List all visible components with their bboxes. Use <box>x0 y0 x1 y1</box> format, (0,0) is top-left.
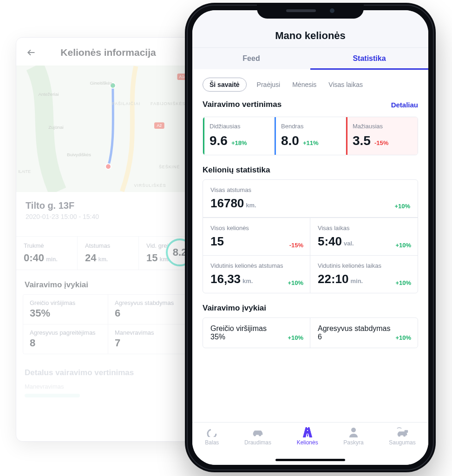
event-label: Agresyvus pagreitėjimas <box>30 329 101 336</box>
stat-cell: Visos kelionės 15 -15% <box>203 218 310 255</box>
svg-text:Buivydiškės: Buivydiškės <box>67 152 91 157</box>
stat-total-distance: Visas atstumas 16780km. +10% <box>203 180 418 218</box>
event-label: Manevravimas <box>115 329 187 336</box>
tab-label: Statistika <box>353 54 386 62</box>
event-label: Greičio viršijimas <box>30 299 101 306</box>
chip-all-time[interactable]: Visas laikas <box>327 78 365 91</box>
event-cell: Greičio viršijimas35% <box>23 295 108 324</box>
stat-value: 16780 <box>210 196 244 210</box>
phone-header: Mano kelionės Feed Statistika <box>192 10 428 69</box>
events-title-front: Vairavimo įvykiai <box>203 304 418 313</box>
svg-text:FABIJONIŠKĖS: FABIJONIŠKĖS <box>151 101 185 106</box>
event-value: 6 <box>318 333 322 341</box>
svg-point-21 <box>351 428 356 432</box>
rating-max: Didžiausias 9.6+18% <box>203 117 275 155</box>
rating-header: Vairavimo vertinimas Detaliau <box>192 96 428 112</box>
stat-unit: km. <box>246 202 256 209</box>
rating-delta: +18% <box>231 139 247 146</box>
metric-unit: min. <box>46 256 58 263</box>
event-cell: Agresyvus stabdymas 6 +10% <box>310 318 418 348</box>
tabs: Feed Statistika <box>192 47 428 69</box>
tab-feed[interactable]: Feed <box>192 48 310 69</box>
rating-value: 8.0 <box>281 133 299 148</box>
trip-map[interactable]: A14 A2 Gineitiškės Antežeriai PAŠILAIČIA… <box>16 66 200 192</box>
rating-min: Mažiausias 3.5-15% <box>346 117 418 155</box>
stat-delta: +10% <box>288 279 303 286</box>
rating-title: Vairavimo vertinimas <box>203 100 282 109</box>
stat-value: 15 <box>210 234 224 248</box>
tab-stats[interactable]: Statistika <box>310 48 428 69</box>
back-screen: Kelionės informacija A14 A2 Gineitiškės … <box>16 37 201 442</box>
event-value: 35% <box>210 333 225 341</box>
home-indicator[interactable] <box>275 459 345 461</box>
event-cell: Agresyvus stabdymas6 <box>108 295 193 324</box>
svg-rect-19 <box>307 431 308 433</box>
metric-label: Trukmė <box>24 242 70 249</box>
bottom-nav: Balas Draudimas Kelionės Paskyra Sauguma… <box>192 422 428 465</box>
chip-label: Ši savaitė <box>210 81 240 88</box>
event-label: Agresyvus stabdymas <box>318 324 410 333</box>
nav-label: Draudimas <box>244 439 271 446</box>
event-cell: Agresyvus pagreitėjimas8 <box>23 324 108 354</box>
rating-cards: Didžiausias 9.6+18% Bendras 8.0+11% Maži… <box>203 117 418 155</box>
svg-text:A2: A2 <box>157 123 162 128</box>
event-value: 7 <box>115 337 187 349</box>
car-icon <box>251 427 264 437</box>
rating-details-link[interactable]: Detaliau <box>391 101 418 109</box>
svg-text:Gineitiškės: Gineitiškės <box>90 80 112 86</box>
nav-score[interactable]: Balas <box>205 427 219 446</box>
chip-label: Visas laikas <box>328 81 363 88</box>
svg-text:PAŠILAIČIAI: PAŠILAIČIAI <box>112 101 140 106</box>
trip-stats: Visas atstumas 16780km. +10% Visos kelio… <box>203 179 418 293</box>
stat-label: Visas laikas <box>318 225 410 231</box>
metric-unit: km. <box>98 256 108 263</box>
event-delta: +10% <box>395 334 411 341</box>
chip-this-week[interactable]: Ši savaitė <box>203 78 247 92</box>
svg-rect-20 <box>307 434 308 436</box>
events-title: Vairavimo įvykiai <box>25 280 192 290</box>
nav-label: Balas <box>205 439 219 446</box>
nav-account[interactable]: Paskyra <box>343 427 363 446</box>
back-button[interactable] <box>24 45 39 60</box>
stat-delta: +10% <box>395 242 411 249</box>
detail-progress <box>25 394 80 397</box>
metric-value: 15 <box>146 252 157 264</box>
metric-label: Atstumas <box>85 242 131 249</box>
stat-unit: min. <box>351 278 363 284</box>
tab-label: Feed <box>242 54 260 62</box>
svg-point-3 <box>105 164 111 169</box>
stat-delta: +10% <box>395 279 411 286</box>
stat-unit: val. <box>344 240 354 247</box>
nav-security[interactable]: Saugumas <box>389 427 415 446</box>
svg-text:ŠEŠKINĖ: ŠEŠKINĖ <box>159 165 180 169</box>
rating-label: Bendras <box>281 123 339 130</box>
trip-datetime: 2020-01-23 15:00 - 15:40 <box>26 213 191 220</box>
trip-stats-title: Kelionių statistika <box>203 165 418 175</box>
stat-value: 5:40 <box>318 234 342 248</box>
stat-label: Vidutinis kelionės laikas <box>318 262 410 269</box>
phone-notch <box>257 3 364 19</box>
page-title: Mano kelionės <box>192 30 428 47</box>
event-delta: +10% <box>288 334 303 341</box>
nav-trips[interactable]: Kelionės <box>297 427 318 446</box>
events-grid: Greičio viršijimas35% Agresyvus stabdyma… <box>23 294 194 354</box>
stat-unit: km. <box>242 278 253 284</box>
svg-rect-18 <box>307 428 308 430</box>
back-header: Kelionės informacija <box>16 38 200 66</box>
event-value: 8 <box>30 337 101 349</box>
svg-text:Zujūnai: Zujūnai <box>48 125 63 130</box>
stat-delta: +10% <box>394 203 410 210</box>
rating-delta: -15% <box>374 139 388 146</box>
rating-delta: +11% <box>303 139 319 146</box>
stat-value: 16,33 <box>210 272 241 286</box>
rating-value: 9.6 <box>210 133 228 148</box>
rating-overall: Bendras 8.0+11% <box>275 117 346 155</box>
event-value: 6 <box>115 307 187 319</box>
chip-month[interactable]: Mėnesis <box>290 78 318 91</box>
stat-delta: -15% <box>289 242 303 249</box>
event-cell: Manevravimas7 <box>108 324 193 354</box>
detail-title: Detalus vairavimo vertinimas <box>25 368 192 377</box>
chip-last-week[interactable]: Praėjusi <box>255 78 282 91</box>
nav-insurance[interactable]: Draudimas <box>244 427 271 446</box>
svg-text:VIRŠULIŠKĖS: VIRŠULIŠKĖS <box>134 183 166 188</box>
